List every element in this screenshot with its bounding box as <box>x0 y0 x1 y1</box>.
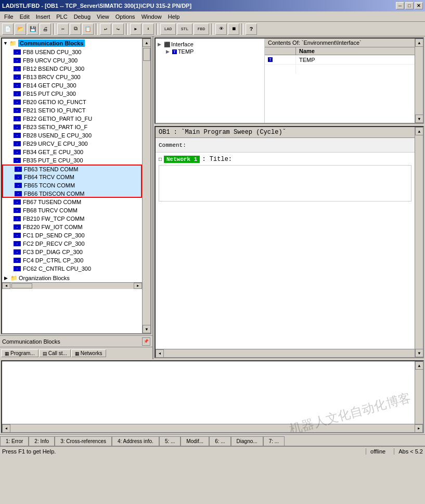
tree-item-fb66[interactable]: ·FB66 TDISCON COMM <box>2 190 142 198</box>
menu-insert[interactable]: Insert <box>33 12 54 21</box>
h-scrollbar[interactable]: ◄ ► <box>2 282 142 288</box>
scroll-left-btn[interactable]: ◄ <box>2 283 10 289</box>
scroll-down-btn[interactable]: ▼ <box>143 325 151 333</box>
tree-item-fb20[interactable]: ·FB20 GETIO IO_FUNCT <box>2 98 142 106</box>
table-row-temp[interactable]: T TEMP <box>265 55 423 65</box>
code-h-scrollbar[interactable]: ◄ ► <box>156 349 423 357</box>
bottom-scroll-left[interactable]: ◄ <box>2 424 10 433</box>
tree-item-fb68[interactable]: ·FB68 TURCV COMM <box>2 206 142 215</box>
tab-diagno[interactable]: Diagno... <box>231 436 263 446</box>
code-scroll-up[interactable]: ▲ <box>415 127 423 135</box>
tree-item-fb13[interactable]: ·FB13 BRCV CPU_300 <box>2 73 142 81</box>
tab-info[interactable]: 2: Info <box>29 436 55 446</box>
tree-item-fb21[interactable]: ·FB21 SETIO IO_FUNCT <box>2 106 142 115</box>
menu-plc[interactable]: PLC <box>53 12 70 21</box>
code-v-scrollbar[interactable]: ▲ ▼ <box>415 127 423 357</box>
open-btn[interactable]: 📂 <box>15 23 26 35</box>
tab-addr-info[interactable]: 4: Address info. <box>112 436 159 446</box>
bottom-scroll-up[interactable]: ▲ <box>415 361 423 370</box>
compile-btn[interactable]: ▶ <box>130 23 141 35</box>
network-collapse-icon[interactable]: □ <box>159 157 162 162</box>
maximize-button[interactable]: □ <box>405 2 414 9</box>
tab-cross-ref[interactable]: 3: Cross-references <box>55 436 112 446</box>
stl-btn[interactable]: STL <box>177 23 192 35</box>
tree-item-fb34[interactable]: ·FB34 GET_E CPU_300 <box>2 148 142 156</box>
tab-modif[interactable]: Modif... <box>181 436 209 446</box>
menu-view[interactable]: View <box>94 12 112 21</box>
bottom-h-scrollbar[interactable]: ◄ ► <box>2 424 423 432</box>
tree-item-fb28[interactable]: ·FB28 USEND_E CPU_300 <box>2 131 142 140</box>
tab-6[interactable]: 6: ... <box>209 436 230 446</box>
callstack-tab[interactable]: ▤ Call st... <box>39 349 71 357</box>
tab-error[interactable]: 1: Error <box>0 436 29 446</box>
program-tab[interactable]: ▦ Program... <box>1 349 38 357</box>
tree-item-fb8[interactable]: ·FB8 USEND CPU_300 <box>2 48 142 56</box>
monitor-btn[interactable]: 👁 <box>215 23 227 35</box>
tab-7[interactable]: 7: ... <box>263 436 285 446</box>
menu-options[interactable]: Options <box>112 12 138 21</box>
root-expand[interactable]: ▼ <box>3 41 9 46</box>
menu-debug[interactable]: Debug <box>71 12 94 21</box>
code-scroll-left[interactable]: ◄ <box>156 349 164 358</box>
minimize-button[interactable]: ─ <box>396 2 404 9</box>
pin-btn[interactable]: 📌 <box>142 337 150 346</box>
interface-root-item[interactable]: ▶ ⬛ Interface <box>158 41 262 48</box>
h-scroll-thumb[interactable] <box>11 283 32 288</box>
menu-edit[interactable]: Edit <box>17 12 33 21</box>
tree-item-fb63[interactable]: ·FB63 TSEND COMM <box>2 165 142 173</box>
tree-item-fb210[interactable]: ·FB210 FW_TCP COMM <box>2 215 142 223</box>
tree-item-fc62[interactable]: ·FC62 C_CNTRL CPU_300 <box>2 264 142 273</box>
interface-v-scrollbar[interactable]: ▲ ▼ <box>415 39 423 123</box>
interface-temp-item[interactable]: ▶ T TEMP <box>158 48 262 55</box>
comm-blocks-label[interactable]: Communication Blocks <box>18 40 85 47</box>
status-right: offline Abs < 5.2 <box>366 448 423 455</box>
org-blocks-row[interactable]: ▶ 📁 Organization Blocks <box>2 274 142 282</box>
tree-item-fb14[interactable]: ·FB14 GET CPU_300 <box>2 81 142 90</box>
tree-item-fc3[interactable]: ·FC3 DP_DIAG CP_300 <box>2 248 142 256</box>
bottom-v-scrollbar[interactable]: ▲ ▼ <box>415 361 423 432</box>
help-btn[interactable]: ? <box>246 23 257 35</box>
tree-item-fb15[interactable]: ·FB15 PUT CPU_300 <box>2 90 142 98</box>
tree-item-fc2[interactable]: ·FC2 DP_RECV CP_300 <box>2 240 142 248</box>
scroll-thumb[interactable] <box>143 48 150 61</box>
stop-btn[interactable]: ⏹ <box>228 23 239 35</box>
interface-scroll-down[interactable]: ▼ <box>415 115 423 123</box>
tree-item-fc1[interactable]: ·FC1 DP_SEND CP_300 <box>2 231 142 240</box>
interface-scroll-up[interactable]: ▲ <box>415 39 423 47</box>
tree-item-fb220[interactable]: ·FB220 FW_IOT COMM <box>2 223 142 231</box>
redo-btn[interactable]: ↪ <box>112 23 124 35</box>
cut-btn[interactable]: ✂ <box>57 23 69 35</box>
fb-icon-fb34: · <box>14 149 21 155</box>
code-scroll-down[interactable]: ▼ <box>415 349 423 357</box>
tree-item-fb64[interactable]: ·FB64 TRCV COMM <box>2 173 142 181</box>
tree-item-fb9[interactable]: ·FB9 URCV CPU_300 <box>2 56 142 65</box>
v-scrollbar[interactable]: ▲ ▼ <box>142 39 150 333</box>
toolbar: 📄 📂 💾 🖨 ✂ ⧉ 📋 ↩ ↪ ▶ ⬇ LAD STL FBD 👁 ⏹ ? <box>0 22 425 36</box>
new-btn[interactable]: 📄 <box>2 23 14 35</box>
undo-btn[interactable]: ↩ <box>100 23 111 35</box>
menu-file[interactable]: File <box>1 12 17 21</box>
menu-window[interactable]: Window <box>138 12 165 21</box>
tree-item-fb35[interactable]: ·FB35 PUT_E CPU_300 <box>2 156 142 165</box>
close-button[interactable]: ✕ <box>415 2 423 9</box>
fbd-btn[interactable]: FBD <box>194 23 209 35</box>
tree-item-fb12[interactable]: ·FB12 BSEND CPU_300 <box>2 65 142 73</box>
tree-item-fb65[interactable]: ·FB65 TCON COMM <box>2 181 142 190</box>
download-btn[interactable]: ⬇ <box>143 23 154 35</box>
networks-tab[interactable]: ▦ Networks <box>71 349 106 357</box>
lad-btn[interactable]: LAD <box>160 23 176 35</box>
menu-help[interactable]: Help <box>165 12 183 21</box>
bottom-scroll-right[interactable]: ► <box>415 424 423 433</box>
print-btn[interactable]: 🖨 <box>40 23 51 35</box>
scroll-up-btn[interactable]: ▲ <box>143 39 151 47</box>
copy-btn[interactable]: ⧉ <box>70 23 81 35</box>
tree-item-fb29[interactable]: ·FB29 URCV_E CPU_300 <box>2 140 142 148</box>
tree-item-fb22[interactable]: ·FB22 GETIO_PART IO_FU <box>2 115 142 123</box>
tree-item-fb23[interactable]: ·FB23 SETIO_PART IO_F <box>2 123 142 131</box>
tree-item-fc4[interactable]: ·FC4 DP_CTRL CP_300 <box>2 256 142 264</box>
tab-5[interactable]: 5: ... <box>159 436 181 446</box>
scroll-right-btn[interactable]: ► <box>134 283 142 289</box>
paste-btn[interactable]: 📋 <box>82 23 94 35</box>
tree-item-fb67[interactable]: ·FB67 TUSEND COMM <box>2 198 142 206</box>
save-btn[interactable]: 💾 <box>27 23 38 35</box>
